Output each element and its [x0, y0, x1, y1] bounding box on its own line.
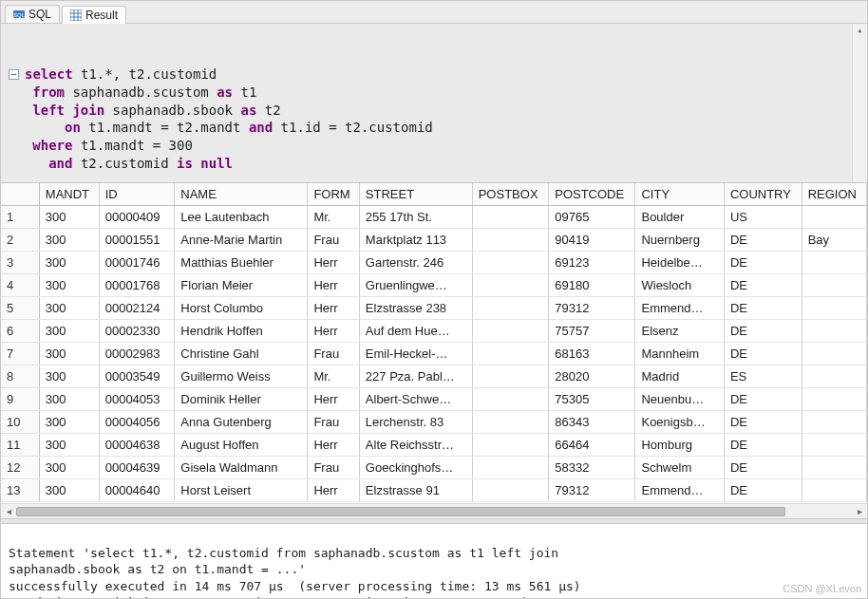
cell-ID[interactable]: 00004053 — [99, 388, 175, 411]
cell-FORM[interactable]: Herr — [308, 252, 359, 274]
cell-NAME[interactable]: Lee Lautenbach — [175, 206, 308, 229]
cell-REGION[interactable] — [802, 388, 866, 411]
cell-CITY[interactable]: Elsenz — [635, 320, 724, 343]
cell-STREET[interactable]: Marktplatz 113 — [359, 229, 472, 252]
cell-COUNTRY[interactable]: DE — [724, 274, 802, 297]
row-number[interactable]: 1 — [1, 206, 39, 229]
cell-CITY[interactable]: Koenigsb… — [635, 411, 724, 434]
table-row[interactable]: 330000001746Matthias BuehlerHerrGartenst… — [1, 252, 867, 274]
table-row[interactable]: 1230000004639Gisela WaldmannFrauGoecking… — [1, 457, 867, 479]
cell-REGION[interactable] — [802, 274, 866, 297]
table-row[interactable]: 1030000004056Anna GutenbergFrauLerchenst… — [1, 411, 867, 434]
scroll-left-icon[interactable]: ◂ — [1, 504, 16, 519]
row-number[interactable]: 3 — [1, 252, 39, 274]
cell-POSTCODE[interactable]: 69123 — [549, 252, 635, 274]
cell-CITY[interactable]: Homburg — [635, 434, 724, 457]
cell-NAME[interactable]: Anna Gutenberg — [175, 411, 308, 434]
cell-FORM[interactable]: Herr — [308, 297, 359, 320]
cell-FORM[interactable]: Frau — [308, 343, 359, 365]
cell-COUNTRY[interactable]: DE — [724, 434, 802, 457]
sql-vscroll[interactable]: ▴ — [852, 24, 867, 182]
cell-ID[interactable]: 00002983 — [99, 343, 175, 365]
cell-FORM[interactable]: Mr. — [308, 365, 359, 388]
cell-MANDT[interactable]: 300 — [39, 320, 99, 343]
cell-CITY[interactable]: Schwelm — [635, 457, 724, 479]
cell-POSTBOX[interactable] — [472, 206, 549, 229]
cell-ID[interactable]: 00000409 — [99, 206, 175, 229]
cell-ID[interactable]: 00001551 — [99, 229, 175, 252]
cell-REGION[interactable] — [802, 434, 866, 457]
scroll-thumb[interactable] — [16, 507, 785, 516]
row-number[interactable]: 8 — [1, 365, 39, 388]
cell-COUNTRY[interactable]: DE — [724, 297, 802, 320]
col-header-FORM[interactable]: FORM — [308, 183, 359, 206]
table-row[interactable]: 130000000409Lee LautenbachMr.255 17th St… — [1, 206, 867, 229]
cell-NAME[interactable]: Dominik Heller — [175, 388, 308, 411]
row-number[interactable]: 10 — [1, 411, 39, 434]
cell-ID[interactable]: 00001768 — [99, 274, 175, 297]
console-output[interactable]: Statement 'select t1.*, t2.customid from… — [1, 524, 867, 598]
cell-STREET[interactable]: Gruenlingwe… — [359, 274, 472, 297]
cell-POSTBOX[interactable] — [472, 479, 549, 502]
cell-COUNTRY[interactable]: DE — [724, 320, 802, 343]
cell-POSTBOX[interactable] — [472, 297, 549, 320]
cell-POSTBOX[interactable] — [472, 411, 549, 434]
cell-POSTCODE[interactable]: 90419 — [549, 229, 635, 252]
table-row[interactable]: 730000002983Christine GahlFrauEmil-Hecke… — [1, 343, 867, 365]
cell-ID[interactable]: 00001746 — [99, 252, 175, 274]
table-row[interactable]: 930000004053Dominik HellerHerrAlbert-Sch… — [1, 388, 867, 411]
cell-STREET[interactable]: Gartenstr. 246 — [359, 252, 472, 274]
row-number[interactable]: 7 — [1, 343, 39, 365]
cell-ID[interactable]: 00002330 — [99, 320, 175, 343]
cell-MANDT[interactable]: 300 — [39, 411, 99, 434]
table-row[interactable]: 630000002330Hendrik HoffenHerrAuf dem Hu… — [1, 320, 867, 343]
cell-MANDT[interactable]: 300 — [39, 206, 99, 229]
cell-POSTBOX[interactable] — [472, 457, 549, 479]
table-row[interactable]: 530000002124Horst ColumboHerrElzstrasse … — [1, 297, 867, 320]
cell-COUNTRY[interactable]: DE — [724, 229, 802, 252]
cell-COUNTRY[interactable]: DE — [724, 343, 802, 365]
col-header-COUNTRY[interactable]: COUNTRY — [724, 183, 802, 206]
cell-POSTBOX[interactable] — [472, 274, 549, 297]
col-header-NAME[interactable]: NAME — [175, 183, 308, 206]
cell-FORM[interactable]: Mr. — [308, 206, 359, 229]
cell-NAME[interactable]: Guillermo Weiss — [175, 365, 308, 388]
scroll-right-icon[interactable]: ▸ — [852, 504, 867, 519]
cell-MANDT[interactable]: 300 — [39, 479, 99, 502]
table-row[interactable]: 1330000004640Horst LeisertHerrElzstrasse… — [1, 479, 867, 502]
cell-MANDT[interactable]: 300 — [39, 343, 99, 365]
col-header-STREET[interactable]: STREET — [359, 183, 472, 206]
cell-REGION[interactable] — [802, 411, 866, 434]
cell-REGION[interactable] — [802, 320, 866, 343]
cell-POSTCODE[interactable]: 68163 — [549, 343, 635, 365]
cell-STREET[interactable]: Elzstrasse 91 — [359, 479, 472, 502]
row-number-header[interactable] — [1, 183, 39, 206]
cell-CITY[interactable]: Wiesloch — [635, 274, 724, 297]
cell-NAME[interactable]: Gisela Waldmann — [175, 457, 308, 479]
tab-result[interactable]: Result — [62, 6, 126, 24]
cell-MANDT[interactable]: 300 — [39, 365, 99, 388]
row-number[interactable]: 4 — [1, 274, 39, 297]
cell-CITY[interactable]: Mannheim — [635, 343, 724, 365]
cell-CITY[interactable]: Emmend… — [635, 479, 724, 502]
cell-MANDT[interactable]: 300 — [39, 297, 99, 320]
row-number[interactable]: 2 — [1, 229, 39, 252]
cell-FORM[interactable]: Frau — [308, 411, 359, 434]
cell-MANDT[interactable]: 300 — [39, 252, 99, 274]
cell-MANDT[interactable]: 300 — [39, 434, 99, 457]
cell-POSTBOX[interactable] — [472, 434, 549, 457]
cell-ID[interactable]: 00003549 — [99, 365, 175, 388]
cell-CITY[interactable]: Madrid — [635, 365, 724, 388]
cell-STREET[interactable]: 255 17th St. — [359, 206, 472, 229]
cell-COUNTRY[interactable]: US — [724, 206, 802, 229]
cell-COUNTRY[interactable]: DE — [724, 252, 802, 274]
cell-REGION[interactable] — [802, 365, 866, 388]
cell-NAME[interactable]: Horst Leisert — [175, 479, 308, 502]
cell-ID[interactable]: 00004056 — [99, 411, 175, 434]
cell-REGION[interactable] — [802, 252, 866, 274]
cell-FORM[interactable]: Herr — [308, 479, 359, 502]
cell-CITY[interactable]: Emmend… — [635, 297, 724, 320]
cell-POSTBOX[interactable] — [472, 320, 549, 343]
row-number[interactable]: 5 — [1, 297, 39, 320]
col-header-ID[interactable]: ID — [99, 183, 175, 206]
